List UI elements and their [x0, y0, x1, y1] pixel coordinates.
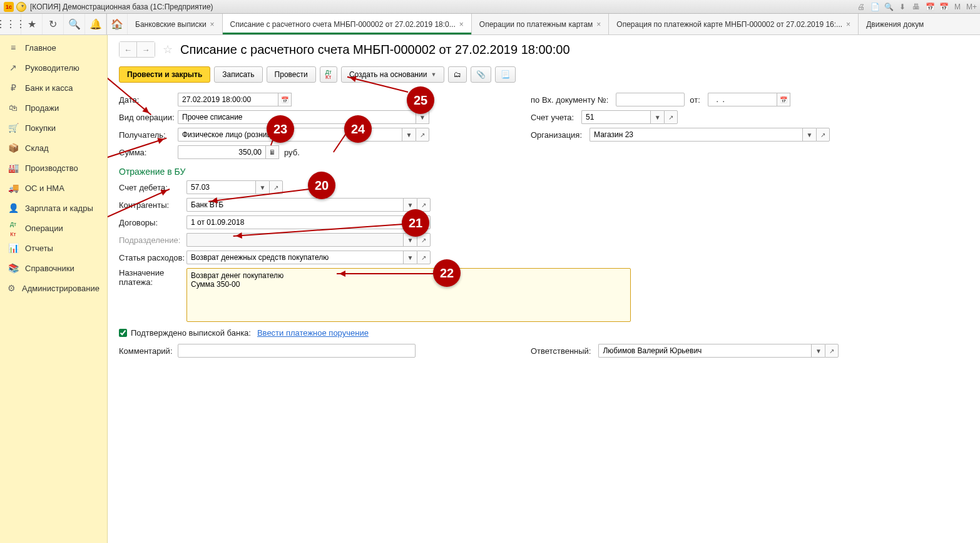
nav-sidebar: ≡Главное ↗Руководителю ₽Банк и касса 🛍Пр…	[0, 35, 108, 543]
dtkt-button[interactable]: ДтКт	[320, 66, 337, 83]
content-area: ← → ☆ Списание с расчетного счета МНБП-0…	[108, 35, 980, 543]
box-icon: 📦	[8, 143, 19, 153]
chevron-down-icon[interactable]: ▼	[255, 180, 269, 194]
sidebar-item-purchases[interactable]: 🛒Покупки	[0, 118, 107, 138]
confirmed-checkbox[interactable]	[119, 329, 127, 337]
dtkt-icon: ДтКт	[8, 218, 19, 238]
search-icon[interactable]: 🔍	[64, 14, 85, 34]
purpose-field[interactable]	[186, 268, 631, 322]
titlebar-btn[interactable]: ⬇	[897, 3, 907, 11]
comment-label: Комментарий:	[119, 346, 173, 356]
titlebar-btn[interactable]: M	[952, 3, 962, 11]
create-based-on-button[interactable]: Создать на основании▼	[341, 66, 444, 83]
comment-field[interactable]	[178, 344, 416, 358]
apps-icon[interactable]: ⋮⋮⋮	[0, 14, 21, 34]
calendar-icon[interactable]: 📅	[777, 93, 790, 106]
chevron-down-icon[interactable]: ▼	[811, 344, 825, 358]
dept-label: Подразделение:	[119, 235, 181, 245]
tab-bank-statements[interactable]: Банковские выписки×	[128, 14, 223, 34]
books-icon: 📚	[8, 263, 19, 273]
sidebar-item-assets[interactable]: 🚚ОС и НМА	[0, 178, 107, 198]
close-icon[interactable]: ×	[210, 20, 215, 29]
tab-card-ops[interactable]: Операции по платежным картам×	[472, 14, 610, 34]
from-label: от:	[690, 95, 703, 105]
post-and-close-button[interactable]: Провести и закрыть	[119, 66, 210, 83]
calculator-icon[interactable]: 🖩	[265, 145, 279, 159]
titlebar-icons: 🖨 📄 🔍 ⬇ 🖶 📅 📅 M M+	[856, 3, 976, 11]
section-title: Отражение в БУ	[119, 167, 969, 177]
open-ref-icon[interactable]: ↗	[825, 344, 839, 358]
enter-payment-order-link[interactable]: Ввести платежное поручение	[257, 328, 369, 338]
tab-movements[interactable]: Движения докум	[859, 14, 931, 34]
sidebar-item-production[interactable]: 🏭Производство	[0, 158, 107, 178]
ruble-icon: ₽	[8, 83, 19, 93]
account-field[interactable]	[581, 110, 650, 124]
sum-field[interactable]	[178, 145, 265, 159]
titlebar-btn[interactable]: 📅	[939, 3, 949, 11]
open-ref-icon[interactable]: ↗	[416, 128, 429, 142]
sidebar-item-sales[interactable]: 🛍Продажи	[0, 98, 107, 118]
expense-field[interactable]	[186, 251, 403, 264]
sidebar-item-refs[interactable]: 📚Справочники	[0, 258, 107, 278]
chevron-down-icon[interactable]: ▼	[402, 128, 416, 142]
rub-label: руб.	[284, 148, 302, 157]
star-icon[interactable]: ★	[21, 14, 43, 34]
chevron-down-icon[interactable]: ▼	[403, 251, 417, 264]
debit-field[interactable]	[186, 180, 255, 194]
org-label: Организация:	[531, 130, 584, 140]
titlebar-btn[interactable]: 🖨	[856, 3, 866, 11]
titlebar-btn[interactable]: M+	[966, 3, 976, 11]
gear-icon: ⚙	[8, 283, 16, 293]
sum-label: Сумма:	[119, 148, 173, 157]
home-icon[interactable]: 🏠	[106, 14, 128, 34]
barchart-icon: 📊	[8, 243, 19, 253]
sidebar-item-main[interactable]: ≡Главное	[0, 38, 107, 58]
calendar-icon[interactable]: 📅	[278, 93, 292, 106]
chevron-down-icon[interactable]: ▼	[650, 110, 664, 124]
post-button[interactable]: Провести	[267, 66, 316, 83]
sidebar-item-operations[interactable]: ДтКтОперации	[0, 218, 107, 238]
responsible-label: Ответственный:	[531, 346, 593, 356]
responsible-field[interactable]	[598, 344, 811, 358]
chart-icon: ↗	[8, 63, 19, 73]
open-ref-icon[interactable]: ↗	[664, 110, 678, 124]
close-icon[interactable]: ×	[846, 20, 850, 29]
org-field[interactable]	[590, 128, 802, 142]
titlebar-btn[interactable]: 📅	[925, 3, 935, 11]
tab-card-op-detail[interactable]: Операция по платежной карте МНБП-000002 …	[609, 14, 859, 34]
sidebar-item-reports[interactable]: 📊Отчеты	[0, 238, 107, 258]
history-icon[interactable]: ↻	[43, 14, 64, 34]
titlebar-btn[interactable]: 📄	[870, 3, 880, 11]
report-button[interactable]: 📃	[495, 66, 516, 83]
sidebar-item-manager[interactable]: ↗Руководителю	[0, 58, 107, 78]
attach-button[interactable]: 📎	[471, 66, 491, 83]
favorite-star-icon[interactable]: ☆	[163, 43, 173, 56]
titlebar-btn[interactable]: 🔍	[884, 3, 894, 11]
sidebar-item-stock[interactable]: 📦Склад	[0, 138, 107, 158]
bell-icon[interactable]: 🔔	[85, 14, 106, 34]
close-icon[interactable]: ×	[459, 20, 464, 29]
close-icon[interactable]: ×	[596, 20, 601, 29]
nav-forward-button[interactable]: →	[137, 42, 155, 57]
chevron-down-icon[interactable]: ▼	[802, 128, 816, 142]
sidebar-item-salary[interactable]: 👤Зарплата и кадры	[0, 198, 107, 218]
title-dropdown-icon[interactable]	[16, 2, 26, 12]
in-date-field[interactable]	[708, 93, 777, 106]
sidebar-item-bank[interactable]: ₽Банк и касса	[0, 78, 107, 98]
open-ref-icon[interactable]: ↗	[417, 251, 431, 264]
date-field[interactable]	[178, 93, 278, 106]
related-docs-button[interactable]: 🗂	[448, 66, 467, 83]
op-type-field[interactable]	[178, 110, 416, 124]
titlebar-btn[interactable]: 🖶	[911, 3, 921, 11]
in-no-field[interactable]	[616, 93, 685, 106]
annotation-24: 24	[344, 115, 372, 143]
annotation-20: 20	[308, 172, 335, 199]
save-button[interactable]: Записать	[214, 66, 262, 83]
sidebar-item-admin[interactable]: ⚙Администрирование	[0, 278, 107, 298]
open-ref-icon[interactable]: ↗	[816, 128, 830, 142]
nav-back-button[interactable]: ←	[120, 42, 137, 57]
contract-label: Договоры:	[119, 218, 181, 227]
tab-writeoff[interactable]: Списание с расчетного счета МНБП-000002 …	[223, 14, 472, 34]
contract-field[interactable]	[186, 215, 403, 229]
dept-field[interactable]	[186, 233, 403, 247]
